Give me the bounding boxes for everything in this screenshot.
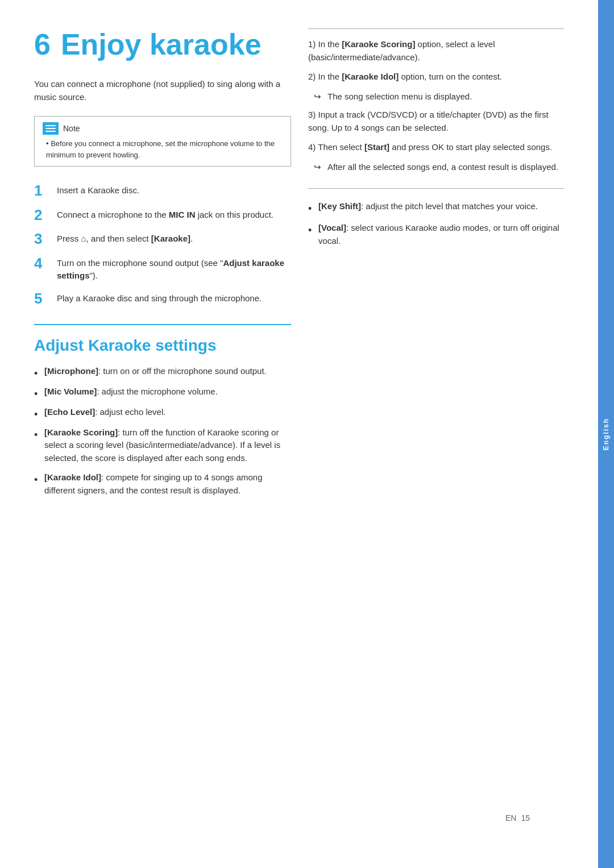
- right-bullet-text-1: [Key Shift]: adjust the pitch level that…: [318, 200, 538, 213]
- step-number-5: 5: [34, 290, 50, 307]
- step-text-3: Press ⌂, and then select [Karaoke].: [57, 231, 193, 246]
- section-divider: [34, 324, 291, 325]
- intro-text: You can connect a microphone (not suppli…: [34, 78, 291, 103]
- step-number-1: 1: [34, 182, 50, 199]
- adjust-item-text-5: [Karaoke Idol]: compete for singing up t…: [44, 471, 291, 497]
- right-bullet-vocal: • [Vocal]: select various Karaoke audio …: [308, 222, 564, 247]
- step-text-5: Play a Karaoke disc and sing through the…: [57, 290, 262, 305]
- adjust-item-microphone: • [Microphone]: turn on or off the micro…: [34, 365, 291, 379]
- bullet-dot: •: [34, 409, 39, 420]
- chapter-title: 6Enjoy karaoke: [34, 28, 291, 61]
- bullet-dot: •: [308, 203, 313, 214]
- left-column: 6Enjoy karaoke You can connect a microph…: [34, 28, 291, 802]
- step-text-2: Connect a microphone to the MIC IN jack …: [57, 207, 273, 222]
- adjust-item-idol: • [Karaoke Idol]: compete for singing up…: [34, 471, 291, 497]
- adjust-bullet-list: • [Microphone]: turn on or off the micro…: [34, 365, 291, 497]
- adjust-item-echo: • [Echo Level]: adjust echo level.: [34, 406, 291, 420]
- adjust-item-scoring: • [Karaoke Scoring]: turn off the functi…: [34, 426, 291, 465]
- note-icon-line-1: [45, 125, 56, 126]
- bullet-dot: •: [34, 430, 39, 440]
- right-para-2: 2) In the [Karaoke Idol] option, turn on…: [308, 70, 564, 84]
- note-label: Note: [63, 124, 80, 133]
- step-text-1: Insert a Karaoke disc.: [57, 182, 139, 197]
- adjust-section-title: Adjust Karaoke settings: [34, 337, 291, 355]
- arrow-icon-1: ↪: [314, 90, 323, 103]
- chapter-heading: Enjoy karaoke: [61, 28, 262, 61]
- right-para-3: 3) Input a track (VCD/SVCD) or a title/c…: [308, 109, 564, 134]
- right-column: 1) In the [Karaoke Scoring] option, sele…: [308, 28, 564, 802]
- adjust-item-text-4: [Karaoke Scoring]: turn off the function…: [44, 426, 291, 465]
- right-bullet-text-2: [Vocal]: select various Karaoke audio mo…: [318, 222, 564, 247]
- main-content: 6Enjoy karaoke You can connect a microph…: [0, 0, 598, 868]
- step-item-5: 5 Play a Karaoke disc and sing through t…: [34, 290, 291, 307]
- right-arrow-1: ↪ The song selection menu is displayed.: [308, 90, 564, 103]
- page-footer: EN 15: [34, 802, 564, 834]
- adjust-item-micvolume: • [Mic Volume]: adjust the microphone vo…: [34, 385, 291, 399]
- step-text-4: Turn on the microphone sound output (see…: [57, 255, 291, 283]
- right-arrow-text-2: After all the selected songs end, a cont…: [327, 161, 558, 174]
- note-box: Note • Before you connect a microphone, …: [34, 116, 291, 167]
- right-bullet-keyshift: • [Key Shift]: adjust the pitch level th…: [308, 200, 564, 214]
- note-icon-line-2: [45, 128, 56, 129]
- arrow-icon-2: ↪: [314, 161, 323, 174]
- side-tab: English: [598, 0, 614, 868]
- note-text: • Before you connect a microphone, set t…: [43, 138, 283, 160]
- two-column-layout: 6Enjoy karaoke You can connect a microph…: [34, 28, 564, 802]
- step-item-4: 4 Turn on the microphone sound output (s…: [34, 255, 291, 283]
- step-item-3: 3 Press ⌂, and then select [Karaoke].: [34, 231, 291, 247]
- right-top-section: 1) In the [Karaoke Scoring] option, sele…: [308, 28, 564, 189]
- side-tab-label: English: [602, 418, 610, 450]
- bullet-dot: •: [308, 225, 313, 235]
- steps-list: 1 Insert a Karaoke disc. 2 Connect a mic…: [34, 182, 291, 306]
- bullet-dot: •: [34, 389, 39, 399]
- footer-lang: EN: [505, 813, 516, 823]
- right-bullet-list: • [Key Shift]: adjust the pitch level th…: [308, 200, 564, 247]
- adjust-item-text-1: [Microphone]: turn on or off the microph…: [44, 365, 267, 378]
- step-number-4: 4: [34, 255, 50, 272]
- bullet-dot: •: [34, 368, 39, 379]
- step-number-2: 2: [34, 207, 50, 223]
- adjust-item-text-2: [Mic Volume]: adjust the microphone volu…: [44, 385, 218, 398]
- right-arrow-2: ↪ After all the selected songs end, a co…: [308, 161, 564, 174]
- adjust-item-text-3: [Echo Level]: adjust echo level.: [44, 406, 165, 419]
- step-item-2: 2 Connect a microphone to the MIC IN jac…: [34, 207, 291, 223]
- note-icon-line-3: [45, 131, 56, 132]
- right-arrow-text-1: The song selection menu is displayed.: [327, 90, 472, 103]
- note-header: Note: [43, 122, 283, 135]
- note-icon: [43, 122, 59, 135]
- step-number-3: 3: [34, 231, 50, 247]
- right-para-1: 1) In the [Karaoke Scoring] option, sele…: [308, 38, 564, 64]
- footer-page-number: 15: [521, 813, 530, 823]
- bullet-dot: •: [34, 475, 39, 485]
- right-para-4: 4) Then select [Start] and press OK to s…: [308, 141, 564, 154]
- chapter-number: 6: [34, 28, 51, 61]
- page-container: English 6Enjoy karaoke You can connect a…: [0, 0, 614, 868]
- step-item-1: 1 Insert a Karaoke disc.: [34, 182, 291, 199]
